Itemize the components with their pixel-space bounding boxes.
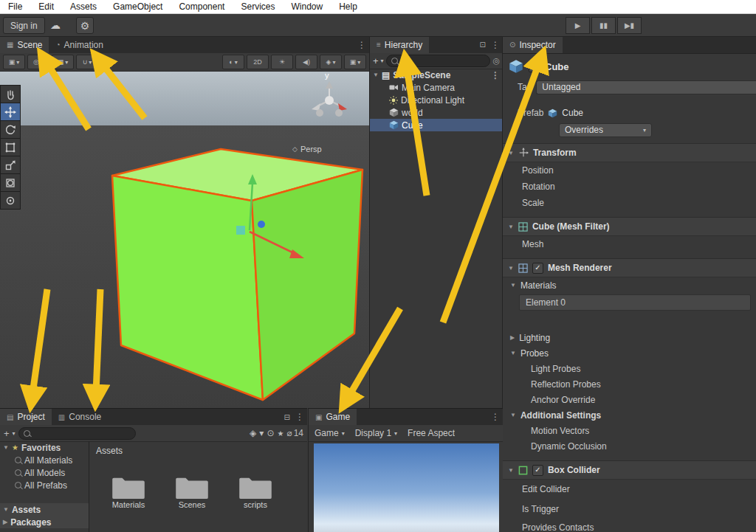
tab-hierarchy[interactable]: ≡ Hierarchy bbox=[370, 36, 429, 53]
project-search-input[interactable] bbox=[18, 427, 137, 440]
2d-toggle[interactable]: 2D bbox=[247, 55, 269, 69]
persp-label[interactable]: ◇ Persp bbox=[292, 145, 322, 153]
cloud-icon[interactable]: ☁ bbox=[47, 18, 63, 32]
snap-magnet-dropdown[interactable]: ∪▾ bbox=[76, 55, 98, 69]
reflection-probes-row[interactable]: Reflection Probes bbox=[503, 376, 756, 392]
enabled-checkbox[interactable]: ✓ bbox=[532, 465, 543, 476]
boxcollider-header[interactable]: ▼ ✓ Box Collider bbox=[503, 460, 756, 480]
pause-button[interactable]: ▮▮ bbox=[591, 17, 616, 34]
light-probes-row[interactable]: Light Probes bbox=[503, 361, 756, 376]
open-asset-icon[interactable]: ◈ bbox=[250, 428, 256, 438]
scale-tool-button[interactable] bbox=[0, 156, 21, 174]
transform-position-row[interactable]: Position bbox=[503, 162, 756, 179]
folder-materials[interactable]: Materials bbox=[106, 474, 151, 509]
foldout-icon[interactable]: ▼ bbox=[508, 150, 514, 156]
overrides-dropdown[interactable]: Overrides ▾ bbox=[559, 123, 652, 137]
scene-effects-dropdown[interactable]: ◈▾ bbox=[320, 55, 342, 69]
menu-assets[interactable]: Assets bbox=[62, 1, 105, 12]
probes-foldout[interactable]: ▼ Probes bbox=[503, 345, 756, 361]
enabled-checkbox[interactable]: ✓ bbox=[532, 263, 543, 274]
hierarchy-menu-icon[interactable]: ⋮ bbox=[491, 40, 500, 50]
create-object-button[interactable]: + bbox=[373, 55, 379, 66]
custom-tool-button[interactable] bbox=[0, 192, 21, 210]
scene-audio-toggle[interactable]: ◀) bbox=[295, 55, 317, 69]
create-object-caret-icon[interactable]: ▾ bbox=[381, 58, 384, 64]
dynamic-occlusion-row[interactable]: Dynamic Occlusion bbox=[503, 438, 756, 454]
foldout-icon[interactable]: ▼ bbox=[508, 265, 514, 272]
folder-scripts[interactable]: scripts bbox=[233, 474, 278, 509]
tab-game[interactable]: ▣ Game bbox=[309, 409, 357, 425]
foldout-icon[interactable]: ▼ bbox=[373, 72, 379, 78]
materials-foldout[interactable]: ▼ Materials bbox=[503, 277, 756, 293]
meshfilter-header[interactable]: ▼ Cube (Mesh Filter) bbox=[503, 217, 756, 236]
scene-menu-icon[interactable]: ⋮ bbox=[357, 40, 366, 50]
menu-edit[interactable]: Edit bbox=[30, 1, 62, 12]
menu-help[interactable]: Help bbox=[331, 1, 365, 12]
rotate-tool-button[interactable] bbox=[0, 121, 21, 139]
tab-inspector[interactable]: ⊙ Inspector bbox=[503, 36, 563, 53]
hidden-count-badge[interactable]: ⌀ 14 bbox=[286, 428, 303, 438]
transform-scale-row[interactable]: Scale bbox=[503, 195, 756, 211]
info-icon[interactable]: ⊙ bbox=[267, 428, 274, 438]
shading-mode-dropdown[interactable]: ◐▾ bbox=[222, 55, 244, 69]
scene-lighting-toggle[interactable]: ☀ bbox=[271, 55, 293, 69]
provides-contacts-row[interactable]: Provides Contacts bbox=[503, 519, 756, 532]
project-menu-icon[interactable]: ⋮ bbox=[295, 412, 304, 422]
edit-collider-row[interactable]: Edit Collider bbox=[503, 480, 756, 499]
assets-root-item[interactable]: ▼ Assets bbox=[0, 503, 89, 516]
mesh-row[interactable]: Mesh bbox=[503, 236, 756, 252]
display-dropdown[interactable]: Display 1 ▾ bbox=[355, 428, 397, 438]
create-asset-button[interactable]: + bbox=[4, 428, 10, 439]
foldout-icon[interactable]: ▼ bbox=[508, 224, 514, 230]
handle-rotation-dropdown[interactable]: ◎▾ bbox=[27, 55, 49, 69]
scene-viewport[interactable]: y ◇ Persp bbox=[0, 71, 369, 408]
favorite-all-prefabs[interactable]: All Prefabs bbox=[0, 479, 89, 491]
active-checkbox[interactable]: ✓ bbox=[529, 61, 540, 72]
menu-file[interactable]: File bbox=[0, 1, 30, 12]
hierarchy-item-directional-light[interactable]: Directional Light bbox=[370, 94, 503, 106]
tab-project[interactable]: ▤ Project bbox=[0, 409, 52, 425]
pivot-dropdown[interactable]: ▣▾ bbox=[3, 55, 25, 69]
scene-visibility-icon[interactable]: ◎ bbox=[492, 56, 500, 66]
hierarchy-lock-icon[interactable]: ⊡ bbox=[480, 41, 486, 49]
menu-component[interactable]: Component bbox=[171, 1, 233, 12]
transform-rotation-row[interactable]: Rotation bbox=[503, 179, 756, 195]
packages-root-item[interactable]: ▶ Packages bbox=[0, 516, 89, 528]
grid-visibility-dropdown[interactable]: ▦▾ bbox=[52, 55, 74, 69]
hierarchy-item-world[interactable]: world bbox=[370, 106, 503, 119]
label-filter-icon[interactable]: ▾ bbox=[259, 428, 264, 438]
layout-icon[interactable]: ⊟ bbox=[284, 413, 290, 421]
object-name[interactable]: Cube bbox=[545, 61, 569, 72]
sign-in-button[interactable]: Sign in bbox=[3, 17, 45, 34]
lighting-foldout[interactable]: ▶ Lighting bbox=[503, 330, 756, 345]
folder-scenes[interactable]: Scenes bbox=[169, 474, 215, 509]
game-viewport[interactable] bbox=[314, 443, 499, 532]
motion-vectors-row[interactable]: Motion Vectors bbox=[503, 423, 756, 438]
step-button[interactable]: ▶▮ bbox=[617, 17, 642, 34]
game-menu-icon[interactable]: ⋮ bbox=[491, 412, 500, 422]
tab-scene[interactable]: ▦ Scene bbox=[0, 36, 49, 53]
transform-tool-button[interactable] bbox=[0, 174, 21, 192]
tab-console[interactable]: ▥ Console bbox=[52, 409, 108, 425]
play-button[interactable]: ▶ bbox=[566, 17, 590, 34]
hierarchy-item-samplescene[interactable]: ▼ ▤ SampleScene ⋮ bbox=[370, 69, 503, 81]
services-gear-icon[interactable]: ⚙ bbox=[76, 17, 94, 34]
gizmos-dropdown[interactable]: ▣▾ bbox=[344, 55, 366, 69]
tab-animation[interactable]: ◔ Animation bbox=[49, 36, 109, 53]
game-view-dropdown[interactable]: Game ▾ bbox=[315, 428, 345, 438]
aspect-dropdown[interactable]: Free Aspect bbox=[408, 428, 455, 438]
favorite-all-models[interactable]: All Models bbox=[0, 466, 89, 479]
foldout-icon[interactable]: ▼ bbox=[508, 467, 514, 474]
menu-gameobject[interactable]: GameObject bbox=[105, 1, 171, 12]
hierarchy-search-input[interactable] bbox=[386, 55, 491, 67]
menu-services[interactable]: Services bbox=[233, 1, 283, 12]
material-element0-field[interactable]: Element 0 bbox=[519, 294, 751, 311]
hierarchy-item-cube[interactable]: Cube bbox=[370, 119, 503, 131]
menu-window[interactable]: Window bbox=[283, 1, 331, 12]
rect-tool-button[interactable] bbox=[0, 139, 21, 156]
hierarchy-item-main-camera[interactable]: Main Camera bbox=[370, 81, 503, 94]
favorite-all-materials[interactable]: All Materials bbox=[0, 454, 89, 466]
move-tool-button[interactable] bbox=[0, 103, 21, 121]
additional-settings-foldout[interactable]: ▼ Additional Settings bbox=[503, 407, 756, 423]
transform-header[interactable]: ▼ Transform bbox=[503, 143, 756, 162]
